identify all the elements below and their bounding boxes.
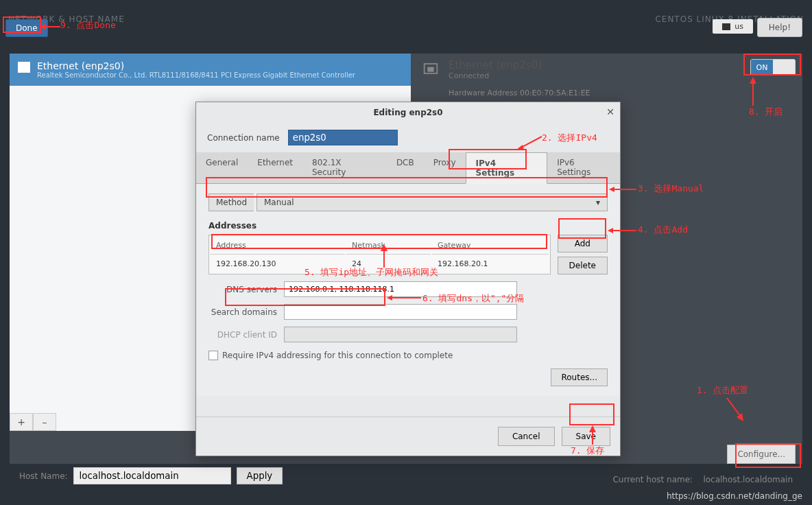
cancel-button[interactable]: Cancel <box>498 427 555 446</box>
require-ipv4-label: Require IPv4 addressing for this connect… <box>222 351 453 360</box>
col-gateway: Gateway <box>432 237 549 255</box>
ethernet-icon <box>18 62 30 73</box>
watermark: https://blog.csdn.net/danding_ge <box>667 491 802 501</box>
interface-desc: Realtek Semiconductor Co., Ltd. RTL8111/… <box>37 71 355 79</box>
tab-general[interactable]: General <box>196 152 248 183</box>
tab-proxy[interactable]: Proxy <box>424 152 466 183</box>
require-ipv4-checkbox[interactable] <box>208 351 218 360</box>
edit-connection-dialog: Editing enp2s0 ✕ Connection name General… <box>195 102 621 456</box>
addresses-heading: Addresses <box>208 221 608 231</box>
cell-gateway[interactable]: 192.168.20.1 <box>432 256 549 272</box>
keyboard-indicator[interactable]: us <box>713 19 753 34</box>
search-domains-label: Search domains <box>208 307 277 317</box>
col-netmask: Netmask <box>346 237 431 255</box>
save-button[interactable]: Save <box>562 427 610 446</box>
hostname-input[interactable] <box>73 467 231 484</box>
dns-label: DNS servers <box>208 285 277 294</box>
status-interface-name: Ethernet (enp2s0) <box>449 59 590 71</box>
hardware-address: Hardware Address 00:E0:70:5A:E1:EE <box>449 89 590 97</box>
tab-dcb[interactable]: DCB <box>387 152 424 183</box>
apply-hostname-button[interactable]: Apply <box>237 467 283 484</box>
dhcp-client-label: DHCP client ID <box>208 330 277 340</box>
status-state: Connected <box>449 71 590 80</box>
current-hostname-label: Current host name: <box>612 475 693 484</box>
dialog-title: Editing enp2s0 <box>373 108 442 117</box>
svg-rect-3 <box>427 67 433 72</box>
interface-list-item[interactable]: Ethernet (enp2s0) Realtek Semiconductor … <box>10 54 411 86</box>
cell-address[interactable]: 192.168.20.130 <box>211 256 345 272</box>
tab-ipv6-settings[interactable]: IPv6 Settings <box>547 152 620 183</box>
configure-button[interactable]: Configure... <box>727 445 796 464</box>
hostname-label: Host Name: <box>19 471 68 481</box>
tab-ipv4-settings[interactable]: IPv4 Settings <box>466 152 548 184</box>
connection-name-input[interactable] <box>288 130 398 145</box>
ethernet-plug-icon <box>421 59 440 78</box>
current-hostname-value: localhost.localdomain <box>703 475 793 484</box>
close-icon[interactable]: ✕ <box>606 106 614 117</box>
chevron-down-icon: ▾ <box>596 198 600 207</box>
col-address: Address <box>211 237 345 255</box>
done-button[interactable]: Done <box>5 19 48 37</box>
remove-interface-button[interactable]: – <box>33 413 56 431</box>
delete-address-button[interactable]: Delete <box>558 257 608 274</box>
toggle-slider <box>773 60 795 75</box>
keyboard-icon <box>722 23 730 30</box>
add-interface-button[interactable]: + <box>10 413 33 431</box>
method-select[interactable]: Manual ▾ <box>256 193 608 211</box>
connection-name-label: Connection name <box>207 133 280 143</box>
method-label: Method <box>208 193 254 211</box>
search-domains-input[interactable] <box>284 304 517 320</box>
dns-input[interactable] <box>284 281 517 297</box>
connection-toggle[interactable]: ON <box>750 59 796 75</box>
add-address-button[interactable]: Add <box>558 235 608 252</box>
dhcp-client-input <box>284 327 517 342</box>
keyboard-layout-label: us <box>735 22 743 31</box>
addresses-table: Address Netmask Gateway 192.168.20.130 2… <box>208 235 551 274</box>
tab-ethernet[interactable]: Ethernet <box>248 152 302 183</box>
interface-name: Ethernet (enp2s0) <box>37 60 355 71</box>
method-value: Manual <box>264 198 294 207</box>
help-button[interactable]: Help! <box>757 18 802 37</box>
tab-8021x[interactable]: 802.1X Security <box>302 152 387 183</box>
routes-button[interactable]: Routes... <box>551 368 608 386</box>
toggle-on-label: ON <box>751 60 773 75</box>
table-row[interactable]: 192.168.20.130 24 192.168.20.1 <box>211 256 549 272</box>
cell-netmask[interactable]: 24 <box>346 256 431 272</box>
